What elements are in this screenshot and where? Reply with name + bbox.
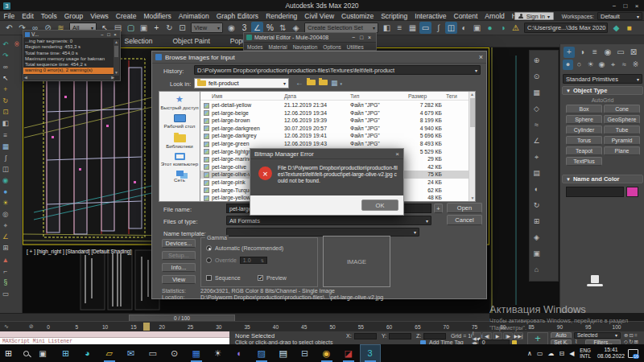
notification-center-icon[interactable]: 16 xyxy=(628,349,638,358)
history-add-button[interactable]: + xyxy=(434,204,443,213)
task-view-icon[interactable]: ▣ xyxy=(39,349,46,358)
menu-item-views[interactable]: Views xyxy=(87,12,113,20)
gamma-automatic-radio[interactable] xyxy=(206,245,212,251)
z-coordinate-input[interactable] xyxy=(423,333,446,339)
zoom-region-icon[interactable]: ⌗ xyxy=(634,332,638,339)
display-tab-icon[interactable]: ▭ xyxy=(615,47,626,58)
maximize-button[interactable]: □ xyxy=(620,2,631,10)
go-to-start-button[interactable]: |◀◀ xyxy=(472,332,481,339)
file-row[interactable]: pet-large-darkgrey12.06.2019 19:41Файл "… xyxy=(200,132,475,140)
dialog-title-bar[interactable]: Browse Images for Input × xyxy=(152,51,486,64)
asset-tracking-icon[interactable]: ◆ xyxy=(610,22,622,34)
primitive-button-geosphere[interactable]: GeoSphere xyxy=(604,115,640,124)
tray-battery-icon[interactable]: ▭ xyxy=(537,350,543,357)
render-iterative-icon[interactable]: ◑ xyxy=(497,22,509,34)
sidebar-item-библиотеки[interactable]: Библиотеки xyxy=(160,133,199,149)
vp-tool-zoom-icon[interactable]: ⊕ xyxy=(530,52,543,68)
menu-item-scripting[interactable]: Scripting xyxy=(378,12,411,20)
menu-item-customize[interactable]: Customize xyxy=(338,12,378,20)
gamma-override-input[interactable]: 1.0 ⇅ xyxy=(240,257,267,264)
primitive-button-teapot[interactable]: Teapot xyxy=(566,146,602,155)
motion-tab-icon[interactable]: ◉ xyxy=(602,47,613,58)
helpers-category-icon[interactable]: ⌖ xyxy=(608,60,618,70)
left-tool-select-icon[interactable]: ↖ xyxy=(0,73,10,84)
history-combo[interactable]: D:\Polyworm Dropbox\production\productio… xyxy=(194,65,481,75)
primitives-dropdown[interactable]: Standard Primitives ▾ xyxy=(563,74,642,84)
curve-editor-icon[interactable]: ∫ xyxy=(432,22,444,34)
spacewarps-category-icon[interactable]: ≈ xyxy=(619,60,630,70)
store-app-icon[interactable]: ⊞ xyxy=(56,345,76,362)
lights-category-icon[interactable]: ☀ xyxy=(585,60,596,70)
file-list-scrollbar[interactable]: ▲ ▼ xyxy=(469,92,475,201)
minimize-button[interactable]: − xyxy=(349,35,357,40)
left-tool-material-icon[interactable]: ◉ xyxy=(0,175,10,186)
open-button[interactable]: Open xyxy=(447,203,482,213)
preview-checkbox[interactable] xyxy=(258,275,263,281)
left-tool-shape-icon[interactable]: ▲ xyxy=(0,254,10,265)
calculator-app-icon[interactable]: ⊟ xyxy=(295,345,315,362)
previous-frame-button[interactable]: ◀| xyxy=(482,332,492,339)
left-tool-layers-icon[interactable]: ▦ xyxy=(0,141,10,152)
select-and-move-icon[interactable]: + xyxy=(151,22,163,34)
geometry-category-icon[interactable]: ● xyxy=(563,60,573,70)
menu-item-civil-view[interactable]: Civil View xyxy=(301,12,338,20)
left-tool-helper-icon[interactable]: ⌖ xyxy=(0,220,10,232)
primitive-button-box[interactable]: Box xyxy=(566,105,602,113)
view-button[interactable]: View xyxy=(162,275,196,284)
vp-tool-shade-icon[interactable]: ◐ xyxy=(530,181,543,197)
select-and-rotate-icon[interactable]: ↻ xyxy=(163,22,175,34)
primitive-button-plane[interactable]: Plane xyxy=(604,146,640,155)
zoom-icon[interactable]: ⊕ xyxy=(624,332,628,339)
object-name-input[interactable] xyxy=(566,187,624,197)
vp-tool-orbit-icon[interactable]: ↻ xyxy=(530,197,543,213)
close-icon[interactable]: × xyxy=(479,53,483,61)
menu-item-file[interactable]: File xyxy=(0,12,19,20)
snip-app-icon[interactable]: ◐ xyxy=(230,345,250,362)
use-pivot-center-icon[interactable]: ◉ xyxy=(225,22,237,34)
cancel-button[interactable]: Cancel xyxy=(447,215,482,225)
tray-chevron-icon[interactable]: ∧ xyxy=(527,350,532,357)
left-tool-measure-icon[interactable]: ⌐ xyxy=(0,265,10,277)
vp-tool-frame-icon[interactable]: ▣ xyxy=(530,245,543,261)
modify-tab-icon[interactable]: ◑ xyxy=(576,47,588,58)
device-app-icon[interactable]: ▭ xyxy=(143,345,163,362)
left-tool-align-icon[interactable]: ≡ xyxy=(0,130,10,141)
vp-tool-pivot-icon[interactable]: ⌖ xyxy=(530,149,543,165)
reference-coordinate-combo[interactable]: View ▾ xyxy=(191,23,223,33)
zoom-extents-icon[interactable]: ⊡ xyxy=(629,332,633,339)
tray-cloud-icon[interactable]: ☁ xyxy=(547,350,554,357)
file-explorer-app-icon[interactable]: ▱ xyxy=(100,345,119,362)
left-tool-rotate-icon[interactable]: ↻ xyxy=(0,96,10,107)
vp-tool-maximize-icon[interactable]: ⊞ xyxy=(530,213,543,229)
new-folder-button[interactable] xyxy=(319,80,328,85)
edge-app-icon[interactable]: ◕ xyxy=(78,345,97,362)
left-tool-utility-icon[interactable]: ※ xyxy=(11,39,22,50)
hierarchy-tab-icon[interactable]: ≡ xyxy=(589,47,601,58)
info-button[interactable]: Info... xyxy=(162,263,196,272)
primitive-button-pyramid[interactable]: Pyramid xyxy=(604,136,640,145)
left-tool-schematic-icon[interactable]: ◫ xyxy=(0,163,10,175)
column-header-имя[interactable]: Имя xyxy=(212,93,222,99)
vray-title-bar[interactable]: V... − □ × xyxy=(23,31,120,39)
sidebar-item-рабочий-стол[interactable]: Рабочий стол xyxy=(160,114,199,129)
maximize-button[interactable]: □ xyxy=(105,32,112,37)
error-title-bar[interactable]: Bitmap Manager Error × xyxy=(250,149,403,159)
minimize-button[interactable]: − xyxy=(609,2,620,10)
material-editor-menu-material[interactable]: Material xyxy=(269,44,287,50)
column-header-дата[interactable]: Дата xyxy=(284,93,296,99)
settings-app-icon[interactable]: ☀ xyxy=(208,345,228,362)
select-and-scale-icon[interactable]: ⊡ xyxy=(176,22,188,34)
clock[interactable]: 15:41 08.06.2022 xyxy=(597,347,625,360)
create-tab-icon[interactable]: + xyxy=(564,47,575,58)
close-icon[interactable]: × xyxy=(395,150,399,158)
menu-item-create[interactable]: Create xyxy=(112,12,140,20)
photos-app-icon[interactable]: ▨ xyxy=(252,345,271,362)
go-to-end-button[interactable]: ▶▶| xyxy=(514,332,523,339)
chrome-app-icon[interactable]: ◉ xyxy=(317,345,336,362)
sign-in-button[interactable]: Sign In ▾ xyxy=(514,12,554,20)
menu-item-group[interactable]: Group xyxy=(60,12,87,20)
left-tool-curves-icon[interactable]: ∫ xyxy=(0,152,10,163)
menu-item-content[interactable]: Content xyxy=(450,12,481,20)
start-button[interactable]: ⊞ xyxy=(5,348,12,359)
top-hat-icon[interactable] xyxy=(587,275,603,286)
